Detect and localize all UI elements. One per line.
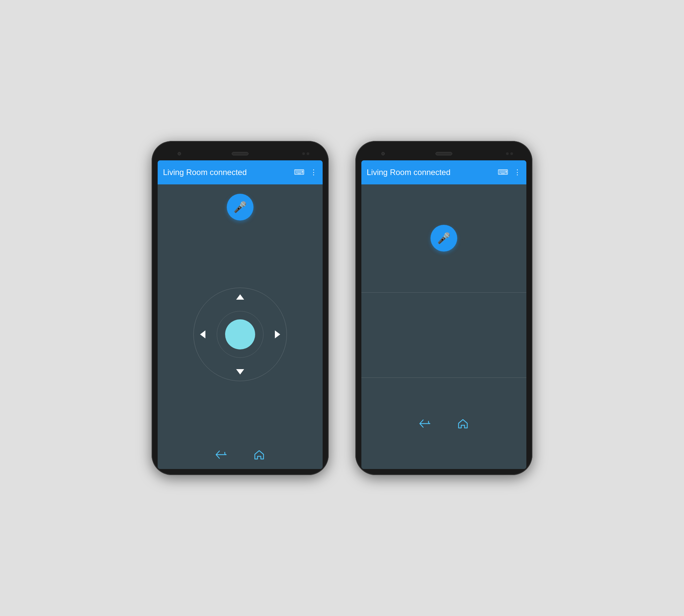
speaker-grille xyxy=(232,152,248,155)
mic-button-2[interactable]: 🎤 xyxy=(431,225,457,251)
phone-2: Living Room connected ⌨ ⋮ 🎤 xyxy=(355,141,532,475)
dpad-left-button[interactable] xyxy=(196,328,209,341)
mic-button-1[interactable]: 🎤 xyxy=(227,194,253,220)
bottom-nav-1 xyxy=(158,442,323,469)
phone-1: Living Room connected ⌨ ⋮ 🎤 xyxy=(152,141,329,475)
phone-2-screen: Living Room connected ⌨ ⋮ 🎤 xyxy=(361,160,526,469)
home-button-1[interactable] xyxy=(253,449,265,460)
keyboard-icon-2[interactable]: ⌨ xyxy=(498,168,508,177)
dpad-down-button[interactable] xyxy=(234,365,247,378)
dot-1 xyxy=(302,152,305,155)
mic-section-1: 🎤 xyxy=(158,184,323,227)
dot-2 xyxy=(307,152,309,155)
indicator-dots-2 xyxy=(506,152,513,155)
camera-lens xyxy=(178,152,181,155)
speaker-grille-2 xyxy=(436,152,452,155)
phone-1-content: 🎤 xyxy=(158,184,323,469)
phone-2-mid-section xyxy=(361,293,526,378)
microphone-icon-1: 🎤 xyxy=(234,201,247,214)
dpad-up-button[interactable] xyxy=(234,290,247,304)
camera-lens-2 xyxy=(381,152,385,155)
indicator-dots xyxy=(302,152,309,155)
phone-2-top-section: 🎤 xyxy=(361,184,526,293)
app-title-2: Living Room connected xyxy=(367,168,492,177)
keyboard-icon-1[interactable]: ⌨ xyxy=(294,168,305,177)
dot-3 xyxy=(506,152,509,155)
dpad-section xyxy=(158,227,323,442)
dpad-center-button[interactable] xyxy=(225,320,255,349)
phone-2-top-bar xyxy=(361,147,526,160)
phones-container: Living Room connected ⌨ ⋮ 🎤 xyxy=(152,141,532,475)
phone-1-top-bar xyxy=(158,147,323,160)
phone-1-screen: Living Room connected ⌨ ⋮ 🎤 xyxy=(158,160,323,469)
bottom-nav-2 xyxy=(361,378,526,469)
app-title-1: Living Room connected xyxy=(163,168,289,177)
back-button-1[interactable] xyxy=(215,449,227,460)
menu-icon-2[interactable]: ⋮ xyxy=(514,168,521,177)
microphone-icon-2: 🎤 xyxy=(437,232,450,244)
dot-4 xyxy=(510,152,513,155)
dpad-container xyxy=(193,288,287,381)
home-button-2[interactable] xyxy=(457,419,469,428)
app-bar-1: Living Room connected ⌨ ⋮ xyxy=(158,160,323,184)
menu-icon-1[interactable]: ⋮ xyxy=(310,168,317,177)
app-bar-2: Living Room connected ⌨ ⋮ xyxy=(361,160,526,184)
phone-2-content: 🎤 xyxy=(361,184,526,469)
dpad-right-button[interactable] xyxy=(271,328,284,341)
back-button-2[interactable] xyxy=(419,419,431,428)
